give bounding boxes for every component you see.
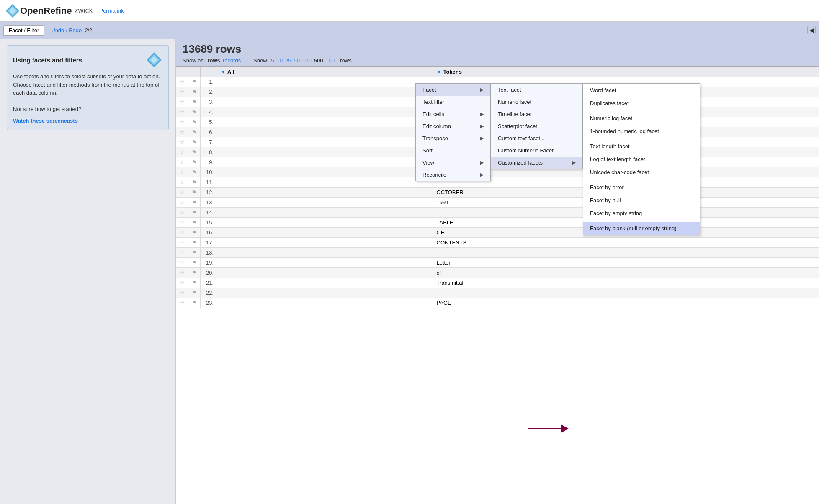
submenu-custom-text-facet[interactable]: Custom text facet...	[491, 132, 582, 144]
help-card: Using facets and filters Use facets and …	[7, 45, 169, 130]
flag-cell[interactable]: ⚑	[188, 127, 201, 137]
menu-item-text-filter[interactable]: Text filter	[416, 96, 490, 108]
all-col-cell	[217, 87, 433, 97]
flag-cell[interactable]: ⚑	[188, 198, 201, 208]
row-number: 18.	[201, 248, 217, 258]
show-25[interactable]: 25	[285, 57, 291, 64]
th-tokens[interactable]: ▼ Tokens	[433, 67, 819, 77]
star-cell[interactable]: ☆	[176, 177, 188, 188]
flag-cell[interactable]: ⚑	[188, 117, 201, 127]
star-cell[interactable]: ☆	[176, 87, 188, 97]
flag-cell[interactable]: ⚑	[188, 288, 201, 298]
cf-unicode-charcode-facet[interactable]: Unicode char-code facet	[583, 166, 700, 179]
cf-numeric-log-facet[interactable]: Numeric log facet	[583, 112, 700, 125]
star-cell[interactable]: ☆	[176, 97, 188, 107]
flag-cell[interactable]: ⚑	[188, 188, 201, 198]
star-cell[interactable]: ☆	[176, 127, 188, 137]
star-cell[interactable]: ☆	[176, 107, 188, 117]
menu-item-sort[interactable]: Sort...	[416, 144, 490, 157]
flag-cell[interactable]: ⚑	[188, 147, 201, 157]
star-cell[interactable]: ☆	[176, 268, 188, 278]
submenu-timeline-facet[interactable]: Timeline facet	[491, 108, 582, 120]
star-cell[interactable]: ☆	[176, 298, 188, 308]
star-cell[interactable]: ☆	[176, 288, 188, 298]
flag-cell[interactable]: ⚑	[188, 298, 201, 308]
cf-facet-by-error[interactable]: Facet by error	[583, 181, 700, 194]
menu-item-edit-column[interactable]: Edit column ▶	[416, 120, 490, 132]
permalink-link[interactable]: Permalink	[99, 8, 124, 14]
flag-cell[interactable]: ⚑	[188, 77, 201, 87]
submenu-numeric-facet[interactable]: Numeric facet	[491, 96, 582, 108]
flag-cell[interactable]: ⚑	[188, 157, 201, 167]
star-cell[interactable]: ☆	[176, 258, 188, 268]
submenu-scatterplot-facet[interactable]: Scatterplot facet	[491, 120, 582, 132]
all-col-cell	[217, 288, 433, 298]
star-cell[interactable]: ☆	[176, 198, 188, 208]
flag-cell[interactable]: ⚑	[188, 107, 201, 117]
separator-3	[583, 180, 700, 180]
tokens-col-header[interactable]: ▼ Tokens	[437, 69, 815, 75]
flag-cell[interactable]: ⚑	[188, 137, 201, 147]
flag-cell[interactable]: ⚑	[188, 167, 201, 177]
cf-text-length-facet[interactable]: Text length facet	[583, 140, 700, 153]
show-5[interactable]: 5	[271, 57, 274, 64]
star-cell[interactable]: ☆	[176, 137, 188, 147]
cf-log-text-length-facet[interactable]: Log of text length facet	[583, 153, 700, 166]
cf-facet-by-empty-string[interactable]: Facet by empty string	[583, 207, 700, 220]
flag-cell[interactable]: ⚑	[188, 238, 201, 248]
flag-cell[interactable]: ⚑	[188, 177, 201, 188]
submenu-customized-facets[interactable]: Customized facets ▶	[491, 157, 582, 169]
all-col-header[interactable]: ▼ All	[221, 69, 430, 75]
star-cell[interactable]: ☆	[176, 218, 188, 228]
facet-filter-tab[interactable]: Facet / Filter	[3, 25, 44, 36]
flag-cell[interactable]: ⚑	[188, 268, 201, 278]
menu-item-edit-cells[interactable]: Edit cells ▶	[416, 108, 490, 120]
tokens-col-cell: of	[433, 268, 819, 278]
star-cell[interactable]: ☆	[176, 167, 188, 177]
flag-cell[interactable]: ⚑	[188, 208, 201, 218]
table-row: ☆ ⚑ 22.	[176, 288, 819, 298]
star-cell[interactable]: ☆	[176, 278, 188, 288]
star-cell[interactable]: ☆	[176, 208, 188, 218]
submenu-text-facet[interactable]: Text facet	[491, 84, 582, 96]
flag-cell[interactable]: ⚑	[188, 278, 201, 288]
toolbar-collapse-button[interactable]: ◀	[807, 26, 816, 34]
flag-cell[interactable]: ⚑	[188, 228, 201, 238]
show-50[interactable]: 50	[294, 57, 300, 64]
flag-cell[interactable]: ⚑	[188, 87, 201, 97]
all-col-cell	[217, 107, 433, 117]
watch-screencasts-link[interactable]: Watch these screencasts	[13, 118, 78, 124]
all-col-cell	[217, 167, 433, 177]
menu-item-view[interactable]: View ▶	[416, 157, 490, 169]
star-cell[interactable]: ☆	[176, 228, 188, 238]
menu-item-transpose[interactable]: Transpose ▶	[416, 132, 490, 144]
cf-word-facet[interactable]: Word facet	[583, 84, 700, 97]
menu-item-reconcile[interactable]: Reconcile ▶	[416, 169, 490, 181]
all-col-label: All	[227, 69, 234, 75]
star-cell[interactable]: ☆	[176, 157, 188, 167]
star-cell[interactable]: ☆	[176, 188, 188, 198]
th-all[interactable]: ▼ All	[217, 67, 433, 77]
star-cell[interactable]: ☆	[176, 117, 188, 127]
show-1000[interactable]: 1000	[325, 57, 337, 64]
show-10[interactable]: 10	[277, 57, 283, 64]
star-cell[interactable]: ☆	[176, 248, 188, 258]
undo-redo-tab[interactable]: Undo / Redo 2/2	[46, 26, 97, 35]
flag-cell[interactable]: ⚑	[188, 218, 201, 228]
cf-facet-by-null[interactable]: Facet by null	[583, 194, 700, 207]
cf-1bounded-numeric-log-facet[interactable]: 1-bounded numeric log facet	[583, 125, 700, 138]
menu-item-facet[interactable]: Facet ▶	[416, 84, 490, 96]
show-500[interactable]: 500	[314, 57, 323, 64]
cf-duplicates-facet[interactable]: Duplicates facet	[583, 97, 700, 110]
star-cell[interactable]: ☆	[176, 77, 188, 87]
show-as-records[interactable]: records	[223, 57, 241, 64]
flag-cell[interactable]: ⚑	[188, 248, 201, 258]
star-cell[interactable]: ☆	[176, 147, 188, 157]
show-as-rows[interactable]: rows	[207, 57, 220, 64]
submenu-custom-numeric-facet[interactable]: Custom Numeric Facet...	[491, 144, 582, 157]
flag-cell[interactable]: ⚑	[188, 258, 201, 268]
show-100[interactable]: 100	[302, 57, 312, 64]
cf-facet-by-blank[interactable]: Facet by blank (null or empty string)	[583, 222, 700, 235]
flag-cell[interactable]: ⚑	[188, 97, 201, 107]
star-cell[interactable]: ☆	[176, 238, 188, 248]
